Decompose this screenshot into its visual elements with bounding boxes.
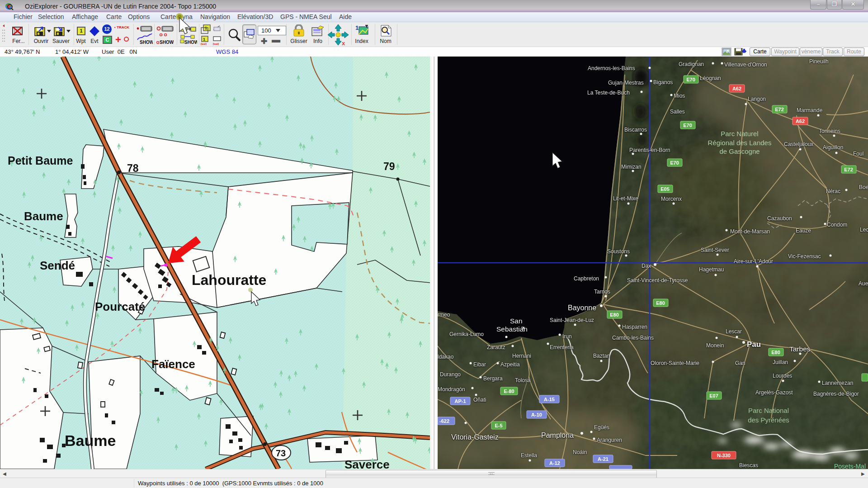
- svg-text:Foul: Foul: [853, 151, 863, 157]
- svg-text:Parentis-en-Born: Parentis-en-Born: [629, 147, 670, 153]
- svg-text:Soustons: Soustons: [607, 248, 630, 255]
- svg-text:Argelès-Gazost: Argelès-Gazost: [755, 389, 793, 396]
- svg-text:Sendé: Sendé: [40, 259, 75, 272]
- svg-text:ldakao: ldakao: [438, 354, 454, 360]
- svg-text:Oñati: Oñati: [473, 397, 486, 403]
- svg-text:de Gascogne: de Gascogne: [719, 147, 760, 155]
- svg-text:Juillan: Juillan: [773, 359, 788, 365]
- svg-text:Lannemezan: Lannemezan: [822, 380, 853, 386]
- svg-text:Tolosa: Tolosa: [515, 377, 531, 384]
- svg-text:1: 1: [355, 24, 359, 31]
- svg-text:Sebastián: Sebastián: [496, 325, 528, 333]
- svg-text:E-5: E-5: [495, 423, 502, 428]
- svg-text:Pau: Pau: [747, 340, 761, 349]
- svg-text:-622: -622: [439, 418, 449, 424]
- svg-text:Azpeitia: Azpeitia: [500, 361, 520, 368]
- svg-text:[==]: [==]: [201, 43, 207, 45]
- svg-text:Morcenx: Morcenx: [661, 196, 682, 202]
- svg-text:78: 78: [127, 162, 139, 174]
- svg-text:A62: A62: [732, 86, 741, 91]
- svg-text:Parc Naturel: Parc Naturel: [721, 130, 758, 137]
- svg-text:E70: E70: [686, 77, 695, 82]
- svg-text:Irun: Irun: [562, 333, 572, 340]
- svg-text:1: 1: [205, 26, 207, 30]
- svg-text:San: San: [510, 317, 523, 325]
- svg-text:Léognan: Léognan: [700, 75, 721, 81]
- svg-text:Villenave-d'Ornon: Villenave-d'Ornon: [724, 62, 767, 68]
- svg-text:Mios: Mios: [674, 93, 685, 99]
- svg-text:Casteljaloux: Casteljaloux: [784, 141, 813, 147]
- svg-text:Vic-Fezensac: Vic-Fezensac: [788, 253, 821, 260]
- svg-text:Andernos-les-Bains: Andernos-les-Bains: [588, 65, 635, 71]
- svg-text:N-330: N-330: [717, 453, 731, 458]
- svg-text:Oloron-Sainte-Marie: Oloron-Sainte-Marie: [651, 360, 699, 366]
- svg-text:E80: E80: [610, 312, 619, 317]
- svg-text:Hernani: Hernani: [512, 353, 531, 359]
- svg-text:Petit Baume: Petit Baume: [8, 154, 73, 167]
- svg-text:x: x: [342, 40, 345, 46]
- svg-text:Lescar: Lescar: [726, 328, 742, 335]
- svg-text:Durango: Durango: [440, 371, 461, 378]
- svg-text:rmeo: rmeo: [438, 312, 450, 318]
- svg-text:Aue: Aue: [859, 280, 868, 287]
- svg-text:Mondragón: Mondragón: [438, 386, 465, 393]
- svg-text:SHOW: SHOW: [184, 40, 197, 44]
- svg-text:AP-1: AP-1: [454, 398, 466, 404]
- svg-text:E72: E72: [844, 167, 853, 172]
- svg-text:A-10: A-10: [531, 412, 542, 417]
- svg-text:Eauze: Eauze: [796, 227, 811, 234]
- svg-text:Estella: Estella: [521, 452, 537, 459]
- svg-text:Saint-Jean-de-Luz: Saint-Jean-de-Luz: [550, 317, 594, 323]
- svg-text:Capbreton: Capbreton: [574, 275, 599, 282]
- svg-text:Baztan: Baztan: [593, 353, 610, 359]
- svg-text:Tarnos: Tarnos: [594, 289, 610, 295]
- svg-text:E70: E70: [683, 123, 692, 128]
- svg-text:A62: A62: [796, 118, 805, 124]
- svg-text:SHOW: SHOW: [140, 40, 153, 44]
- svg-text:Langon: Langon: [748, 96, 766, 102]
- svg-text:Saverce: Saverce: [344, 458, 390, 469]
- svg-text:Bagnères-de-Bigor: Bagnères-de-Bigor: [813, 391, 859, 397]
- svg-text:A-15: A-15: [544, 397, 555, 402]
- svg-text:Boe: Boe: [859, 184, 868, 190]
- svg-text:Lit-et-Mixe: Lit-et-Mixe: [613, 195, 638, 202]
- svg-text:[==]: [==]: [213, 43, 219, 45]
- svg-text:des Pyrénées: des Pyrénées: [748, 416, 789, 424]
- svg-text:Cazaubon: Cazaubon: [767, 215, 792, 222]
- svg-text:SHOW: SHOW: [160, 40, 174, 44]
- svg-text:Gujan-Mestras: Gujan-Mestras: [608, 80, 644, 86]
- svg-text:Gan: Gan: [735, 360, 745, 366]
- svg-text:Aire-sur-L'Adour: Aire-sur-L'Adour: [734, 258, 773, 265]
- svg-text:Condom: Condom: [827, 222, 847, 228]
- svg-text:Gernika-Lumo: Gernika-Lumo: [449, 331, 484, 337]
- svg-text:Pamplona: Pamplona: [541, 431, 574, 439]
- svg-text:E72: E72: [775, 107, 784, 112]
- svg-text:Biganos: Biganos: [653, 79, 673, 85]
- svg-text:Errenteria: Errenteria: [550, 344, 574, 351]
- svg-text:E05: E05: [660, 186, 670, 192]
- svg-text:Nérac: Nérac: [826, 188, 840, 194]
- svg-text:Monein: Monein: [706, 342, 724, 349]
- svg-text:Hasparren: Hasparren: [622, 324, 647, 330]
- svg-text:E80: E80: [771, 350, 780, 355]
- svg-text:Saint-Sever: Saint-Sever: [701, 247, 729, 253]
- svg-text:Lourdes: Lourdes: [773, 373, 792, 379]
- svg-text:Dax: Dax: [642, 263, 651, 269]
- svg-text:A-21: A-21: [598, 456, 609, 462]
- svg-text:A-12: A-12: [549, 460, 560, 466]
- svg-text:Noáin: Noáin: [573, 449, 587, 455]
- svg-text:Vitoria-Gasteiz: Vitoria-Gasteiz: [451, 433, 499, 441]
- svg-text:E07: E07: [709, 393, 718, 398]
- svg-text:Aiguillon: Aiguillon: [823, 144, 843, 151]
- svg-text:Pourcaté: Pourcaté: [95, 300, 145, 313]
- svg-text:73: 73: [276, 448, 286, 458]
- svg-text:Lec: Lec: [860, 227, 868, 233]
- svg-text:Biscarros: Biscarros: [624, 127, 647, 133]
- svg-text:Bergara: Bergara: [483, 375, 503, 382]
- svg-text:Cambo-les-Bains: Cambo-les-Bains: [612, 335, 654, 341]
- svg-text:Faïence: Faïence: [151, 357, 195, 371]
- svg-text:Zarautz: Zarautz: [487, 344, 505, 351]
- svg-text:Baume: Baume: [24, 209, 63, 223]
- svg-text:Baume: Baume: [65, 432, 116, 449]
- svg-text:Pineuilh: Pineuilh: [809, 58, 829, 65]
